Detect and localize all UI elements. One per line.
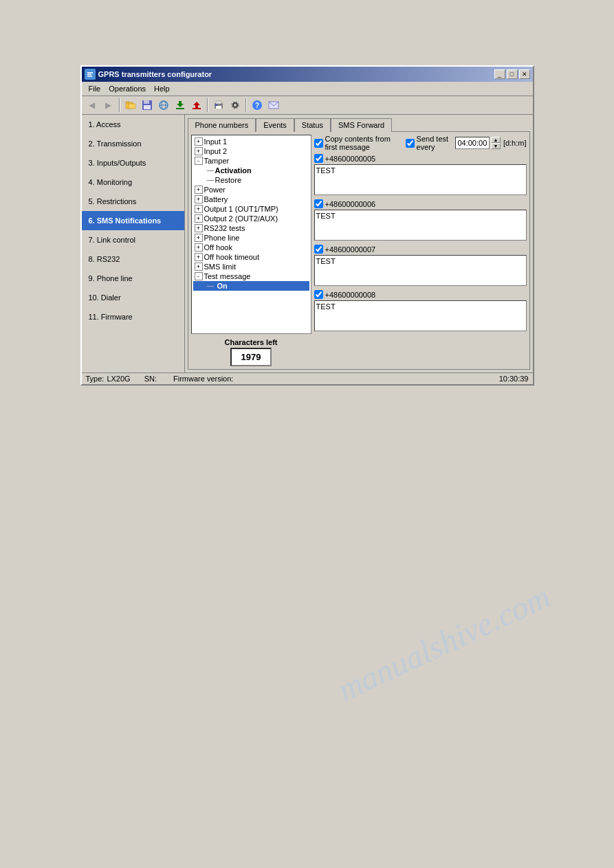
tree-item-output2[interactable]: + Output 2 (OUT2/AUX) [193, 214, 309, 223]
chars-panel: Characters left 1979 [191, 338, 311, 366]
maximize-button[interactable]: □ [507, 69, 518, 79]
tree-item-offhook[interactable]: + Off hook [193, 243, 309, 252]
tab-sms-forward[interactable]: SMS Forward [331, 118, 392, 132]
toolbar-email[interactable] [266, 98, 281, 113]
phone-number-2: +48600000006 [325, 200, 376, 208]
toolbar-help[interactable]: ? [250, 98, 265, 113]
send-test-checkbox[interactable] [406, 139, 415, 148]
tree-expand-output1[interactable]: + [195, 205, 203, 213]
phone-checkbox-1[interactable] [314, 154, 323, 163]
phone-number-1: +48600000005 [325, 155, 376, 163]
tree-item-input2[interactable]: + Input 2 [193, 146, 309, 156]
tree-item-restore[interactable]: Restore [193, 175, 309, 185]
tree-expand-power[interactable]: + [195, 186, 203, 194]
messages-panel: Copy contents from first message Send te… [314, 135, 527, 366]
tree-expand-tamper[interactable]: - [195, 157, 203, 165]
sidebar-item-firmware[interactable]: 11. Firmware [82, 307, 184, 326]
svg-rect-14 [179, 101, 182, 104]
phone-textarea-3[interactable]: TEST [314, 255, 527, 286]
tree-item-battery[interactable]: + Battery [193, 194, 309, 204]
close-button[interactable]: ✕ [519, 69, 530, 79]
sidebar-item-access[interactable]: 1. Access [82, 115, 184, 134]
status-time: 10:30:39 [499, 375, 529, 383]
tree-expand-offhook-timeout[interactable]: + [195, 253, 203, 261]
toolbar-save[interactable] [140, 98, 155, 113]
tab-status[interactable]: Status [294, 118, 331, 132]
svg-rect-18 [193, 108, 201, 109]
menu-help[interactable]: Help [150, 83, 174, 94]
toolbar-settings[interactable] [228, 98, 243, 113]
title-buttons: _ □ ✕ [494, 69, 530, 79]
sidebar-item-dialer[interactable]: 10. Dialer [82, 288, 184, 307]
tree-item-tamper[interactable]: - Tamper [193, 156, 309, 166]
tree-expand-battery[interactable]: + [195, 195, 203, 203]
minimize-button[interactable]: _ [494, 69, 505, 79]
phone-entry-4: +48600000008 TEST [314, 290, 527, 333]
tree-item-activation[interactable]: Activation [193, 166, 309, 175]
tab-events[interactable]: Events [256, 118, 294, 132]
toolbar-forward[interactable]: ▶ [101, 98, 116, 113]
tree-expand-output2[interactable]: + [195, 214, 203, 223]
chars-left-value: 1979 [230, 348, 272, 366]
svg-rect-2 [87, 74, 91, 76]
chars-left-label: Characters left [191, 338, 311, 346]
sidebar-item-monitoring[interactable]: 4. Monitoring [82, 173, 184, 192]
copy-contents-label[interactable]: Copy contents from first message [314, 135, 400, 151]
toolbar-sep1 [119, 98, 120, 112]
tree-expand-phoneline[interactable]: + [195, 234, 203, 242]
spin-up[interactable]: ▲ [491, 137, 501, 143]
tree-item-rs232tests[interactable]: + RS232 tests [193, 223, 309, 233]
window-title: GPRS transmitters configurator [98, 70, 212, 78]
firmware-label: Firmware version: [173, 375, 233, 383]
toolbar: ◀ ▶ [82, 96, 533, 115]
tree-item-testmessage[interactable]: - Test message [193, 271, 309, 281]
phone-textarea-2[interactable]: TEST [314, 210, 527, 241]
copy-contents-checkbox[interactable] [314, 139, 323, 148]
menu-operations[interactable]: Operations [105, 83, 150, 94]
status-firmware: Firmware version: [173, 375, 236, 383]
toolbar-download[interactable] [173, 98, 188, 113]
send-test-label[interactable]: Send test every [406, 135, 450, 151]
tree-item-power[interactable]: + Power [193, 185, 309, 194]
sidebar-item-phone-line[interactable]: 9. Phone line [82, 269, 184, 288]
tree-item-input1[interactable]: + Input 1 [193, 137, 309, 146]
svg-rect-20 [216, 101, 221, 104]
phone-checkbox-4[interactable] [314, 290, 323, 299]
toolbar-network[interactable] [156, 98, 171, 113]
send-test-input[interactable] [455, 137, 490, 149]
toolbar-back[interactable]: ◀ [85, 98, 100, 113]
toolbar-upload[interactable] [189, 98, 204, 113]
phone-checkbox-2[interactable] [314, 199, 323, 208]
status-type: Type: LX20G [86, 375, 131, 383]
tree-expand-input1[interactable]: + [195, 137, 203, 146]
spin-down[interactable]: ▼ [491, 143, 501, 149]
tree-expand-testmessage[interactable]: - [195, 272, 203, 280]
sidebar-item-link-control[interactable]: 7. Link control [82, 230, 184, 249]
sidebar-item-transmission[interactable]: 2. Transmission [82, 134, 184, 153]
tree-expand-rs232tests[interactable]: + [195, 224, 203, 232]
tab-phone-numbers[interactable]: Phone numbers [188, 118, 256, 132]
sidebar-item-sms-notifications[interactable]: 6. SMS Notifications [82, 211, 184, 230]
phone-textarea-4[interactable]: TEST [314, 300, 527, 331]
type-label: Type: [86, 375, 105, 383]
tree-item-phoneline[interactable]: + Phone line [193, 233, 309, 243]
toolbar-print[interactable] [211, 98, 226, 113]
send-test-unit: [d:h:m] [503, 139, 527, 147]
sidebar-item-restrictions[interactable]: 5. Restrictions [82, 192, 184, 211]
status-sn: SN: [144, 375, 160, 383]
send-test-spin: ▲ ▼ [d:h:m] [455, 137, 527, 149]
toolbar-open[interactable] [123, 98, 138, 113]
sidebar-item-inputs-outputs[interactable]: 3. Inputs/Outputs [82, 153, 184, 173]
sidebar-item-rs232[interactable]: 8. RS232 [82, 249, 184, 269]
tree-expand-offhook[interactable]: + [195, 243, 203, 252]
tree-panel[interactable]: + Input 1 + Input 2 - [191, 135, 311, 334]
tree-expand-smslimit[interactable]: + [195, 263, 203, 271]
menu-file[interactable]: File [85, 83, 105, 94]
phone-textarea-1[interactable]: TEST [314, 164, 527, 195]
phone-checkbox-3[interactable] [314, 245, 323, 254]
tree-item-smslimit[interactable]: + SMS limit [193, 262, 309, 271]
tree-expand-input2[interactable]: + [195, 147, 203, 155]
tree-item-offhook-timeout[interactable]: + Off hook timeout [193, 252, 309, 262]
tree-item-on[interactable]: On [193, 281, 309, 291]
tree-item-output1[interactable]: + Output 1 (OUT1/TMP) [193, 204, 309, 214]
